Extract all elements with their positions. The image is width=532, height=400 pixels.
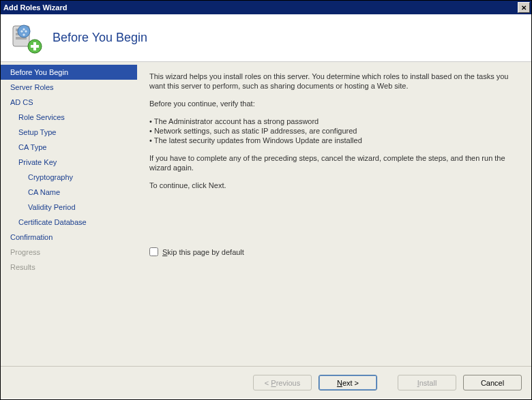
sidebar-item-validity-period[interactable]: Validity Period (1, 200, 137, 215)
skip-checkbox[interactable] (149, 247, 158, 256)
content-pane: This wizard helps you install roles on t… (137, 62, 531, 366)
wizard-body: Before You BeginServer RolesAD CSRole Se… (1, 62, 531, 366)
sidebar-item-ad-cs[interactable]: AD CS (1, 95, 137, 110)
sidebar-item-confirmation[interactable]: Confirmation (1, 230, 137, 245)
previous-button[interactable]: < Previous (253, 375, 312, 390)
sidebar-item-private-key[interactable]: Private Key (1, 155, 137, 170)
sidebar-item-server-roles[interactable]: Server Roles (1, 80, 137, 95)
svg-rect-7 (31, 45, 39, 48)
skip-row: Skip this page by default (149, 247, 244, 256)
verify-bullet: • The latest security updates from Windo… (149, 136, 518, 145)
continue-note: To continue, click Next. (149, 181, 518, 190)
intro-text: This wizard helps you install roles on t… (149, 72, 518, 91)
sidebar-item-ca-type[interactable]: CA Type (1, 140, 137, 155)
verify-bullet: • Network settings, such as static IP ad… (149, 126, 518, 136)
sidebar-item-certificate-database[interactable]: Certificate Database (1, 215, 137, 230)
sidebar-item-cryptography[interactable]: Cryptography (1, 170, 137, 185)
sidebar-item-ca-name[interactable]: CA Name (1, 185, 137, 200)
window-title: Add Roles Wizard (3, 3, 67, 12)
sidebar-item-progress: Progress (1, 245, 137, 260)
sidebar: Before You BeginServer RolesAD CSRole Se… (1, 62, 137, 366)
verify-bullet: • The Administrator account has a strong… (149, 117, 518, 126)
server-role-icon (10, 22, 43, 55)
titlebar: Add Roles Wizard ✕ (1, 1, 531, 14)
page-heading: Before You Begin (53, 31, 147, 45)
sidebar-item-role-services[interactable]: Role Services (1, 110, 137, 125)
close-button[interactable]: ✕ (518, 2, 530, 13)
sidebar-item-results: Results (1, 260, 137, 275)
cancel-button[interactable]: Cancel (463, 375, 522, 390)
sidebar-item-before-you-begin[interactable]: Before You Begin (1, 65, 137, 80)
footer: < Previous Next > Install Cancel (1, 366, 531, 399)
verify-heading: Before you continue, verify that: (149, 99, 518, 108)
close-icon: ✕ (521, 4, 527, 12)
skip-label[interactable]: Skip this page by default (162, 248, 244, 256)
restart-note: If you have to complete any of the prece… (149, 153, 518, 172)
header: Before You Begin (1, 14, 531, 62)
install-button[interactable]: Install (398, 375, 456, 390)
next-button[interactable]: Next > (319, 375, 377, 390)
verify-bullets: • The Administrator account has a strong… (149, 117, 518, 145)
sidebar-item-setup-type[interactable]: Setup Type (1, 125, 137, 140)
